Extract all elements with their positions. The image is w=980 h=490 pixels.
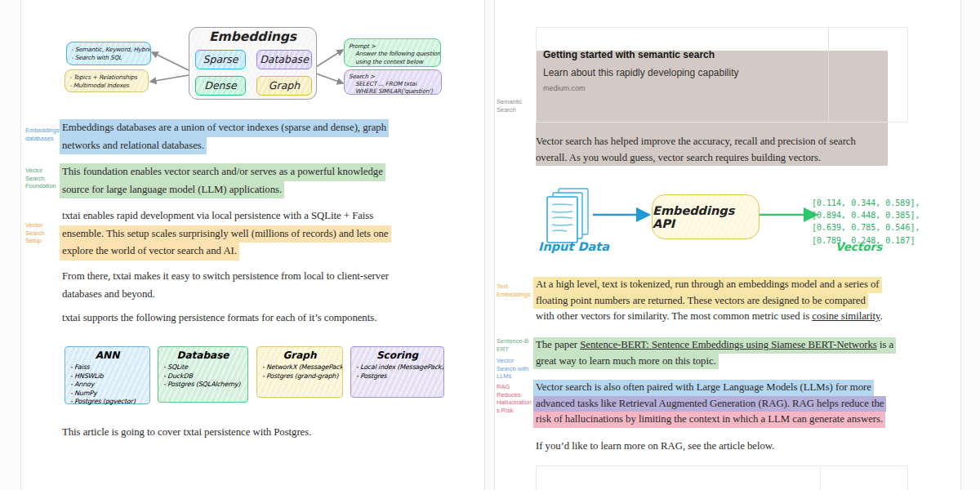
text-line: From there, txtai makes it easy to switc… (60, 268, 391, 286)
text-span: is a (877, 339, 893, 350)
text-span: Vector search is also often paired with … (536, 381, 871, 393)
input-data-label: Input Data (538, 240, 609, 253)
annotation-label-embeddings-databases[interactable]: Embeddings databases (25, 127, 65, 142)
list-item: using the context below (349, 58, 436, 65)
paragraph-sqlite-faiss: txtai enables rapid development via loca… (62, 207, 391, 261)
vector-values: [0.114, 0.344, 0.589],[0.894, 0.448, 0.3… (812, 197, 920, 247)
text-line: risk of hallucinations by limiting the c… (533, 412, 885, 428)
embeddings-node: Embeddings Sparse Database Dense Graph (189, 27, 317, 100)
component-items: - Faiss- HNSWLib- Annoy- NumPy- Postgres… (65, 361, 149, 407)
list-item: - DuckDB (163, 372, 247, 381)
card-subtitle: Learn about this rapidly developing capa… (543, 67, 739, 78)
text-span: txtai enables rapid development via loca… (62, 210, 373, 221)
inline-link[interactable]: cosine similarity (812, 310, 880, 322)
card-thumbnail-divider (820, 466, 821, 490)
embeddings-node-title: Embeddings (189, 29, 316, 44)
list-item: - Local index (MessagePack) (356, 363, 443, 372)
paragraph-switch-persistence: From there, txtai makes it easy to switc… (62, 268, 391, 303)
text-line: This article is going to cover txtai per… (60, 424, 314, 442)
cell-database: Database (256, 50, 312, 69)
text-line: advanced tasks like Retrieval Augmented … (533, 396, 886, 412)
component-box-scoring: Scoring - Local index (MessagePack)- Pos… (350, 346, 444, 398)
inline-link[interactable]: Sentence-BERT: Sentence Embeddings using… (580, 339, 877, 350)
text-line: The paper Sentence-BERT: Sentence Embedd… (533, 337, 896, 354)
text-span: databases and beyond. (62, 288, 155, 300)
paragraph-closing: This article is going to cover txtai per… (62, 424, 314, 442)
paragraph-embeddings-databases: Embeddings databases are a union of vect… (62, 119, 389, 154)
list-item: - NetworkX (MessagePack) (262, 363, 342, 372)
component-box-graph: Graph - NetworkX (MessagePack)- Postgres… (256, 346, 343, 398)
text-line: great way to learn much more on this top… (533, 354, 719, 370)
list-item: - Topics + Relationships (69, 74, 144, 82)
component-title: Graph (257, 350, 342, 361)
text-span: From there, txtai makes it easy to switc… (62, 270, 389, 282)
embeddings-api-label: Embeddings API (653, 204, 759, 230)
page-right: Getting started with semantic search Lea… (494, 0, 961, 490)
list-item: - Semantic, Keyword, Hybrid (71, 46, 146, 54)
annotation-label-semantic-search[interactable]: Semantic Search (497, 98, 536, 114)
card-title: Getting started with semantic search (543, 49, 715, 60)
paragraph-rag: Vector search is also often paired with … (536, 380, 886, 428)
text-span: advanced tasks like Retrieval Augmented … (536, 398, 884, 409)
annotation-label-vector-search-foundation[interactable]: Vector Search Foundation (25, 167, 65, 190)
component-title: Database (158, 350, 247, 361)
text-span: explore the world of vector search and A… (62, 245, 237, 256)
component-items: - NetworkX (MessagePack)- Postgres (gran… (257, 361, 342, 381)
text-span: This foundation enables vector search an… (62, 166, 383, 177)
text-span: floating point numbers are returned. The… (536, 295, 866, 306)
list-item: [0.114, 0.344, 0.589], (812, 197, 920, 209)
list-item: Prompt > (349, 42, 436, 50)
text-line: overall. As you would guess, vector sear… (533, 150, 823, 167)
list-item: - Postgres (pgvector) (70, 398, 149, 407)
list-item: - Multimodal Indexes (69, 82, 144, 90)
search-types-box: - Semantic, Keyword, Hybrid- Search with… (66, 42, 151, 65)
text-span: txtai supports the following persistence… (62, 312, 376, 323)
annotation-label-vector-search-llms[interactable]: Vector Search with LLMs (497, 357, 536, 381)
text-span: The paper (536, 339, 580, 350)
cell-graph: Graph (256, 76, 312, 96)
sql-search-box: Search >SELECT ... FROM txtaiWHERE SIMIL… (344, 69, 442, 95)
text-span: ensemble. This setup scales surprisingly… (62, 228, 389, 239)
list-item: - SQLite (163, 363, 247, 372)
text-line: ensemble. This setup scales surprisingly… (60, 225, 391, 243)
text-line: txtai enables rapid development via loca… (60, 207, 376, 225)
text-line: databases and beyond. (60, 286, 158, 304)
text-line: txtai supports the following persistence… (60, 310, 379, 327)
text-line: source for large language model (LLM) ap… (60, 181, 284, 199)
text-span: . (880, 310, 883, 322)
page-left: Embeddings Sparse Database Dense Graph -… (20, 0, 485, 490)
annotation-label-text-embeddings[interactable]: Text Embeddings (497, 283, 536, 298)
annotation-label-sentence-bert[interactable]: Sentence-B ERT (497, 337, 536, 353)
paragraph-vector-search-accuracy: Vector search has helped improve the acc… (536, 134, 858, 166)
text-span: At a high level, text is tokenized, run … (536, 278, 880, 290)
text-span: overall. As you would guess, vector sear… (536, 152, 821, 163)
cell-dense: Dense (195, 76, 246, 96)
card-thumbnail-divider (828, 28, 829, 122)
text-span: great way to learn much more on this top… (536, 355, 716, 367)
link-card-bottom[interactable] (536, 466, 908, 490)
text-line: floating point numbers are returned. The… (533, 293, 868, 310)
annotation-label-rag-risk[interactable]: RAG Reduces Hallucination s Risk (497, 383, 536, 414)
paragraph-learn-more-rag: If you’d like to learn more on RAG, see … (536, 439, 777, 455)
component-items: - Local index (MessagePack)- Postgres (351, 361, 443, 381)
annotation-label-vector-search-setup[interactable]: Vector Search Setup (25, 221, 65, 245)
list-item: - Postgres (SQLAlchemy) (163, 381, 247, 390)
list-item: [0.894, 0.448, 0.385], (812, 209, 920, 221)
component-items: - SQLite- DuckDB- Postgres (SQLAlchemy) (158, 361, 247, 390)
text-line: If you’d like to learn more on RAG, see … (533, 439, 777, 455)
component-box-ann: ANN - Faiss- HNSWLib- Annoy- NumPy- Post… (65, 346, 150, 404)
text-line: Embeddings databases are a union of vect… (60, 119, 389, 137)
component-title: ANN (65, 350, 149, 361)
cell-sparse: Sparse (195, 50, 246, 69)
text-span: This article is going to cover txtai per… (62, 426, 311, 438)
text-span: If you’d like to learn more on RAG, see … (536, 440, 774, 452)
text-span: networks and relational databases. (62, 140, 204, 151)
embeddings-api-node: Embeddings API (652, 194, 760, 239)
input-data-icon (546, 188, 591, 243)
text-line: Vector search is also often paired with … (533, 380, 874, 396)
list-item: - Postgres (356, 372, 443, 381)
list-item: - Faiss (70, 363, 149, 372)
paragraph-foundation: This foundation enables vector search an… (62, 163, 385, 198)
list-item: [0.639, 0.785, 0.546], (812, 221, 920, 234)
link-card-semantic-search[interactable]: Getting started with semantic search Lea… (536, 27, 908, 122)
